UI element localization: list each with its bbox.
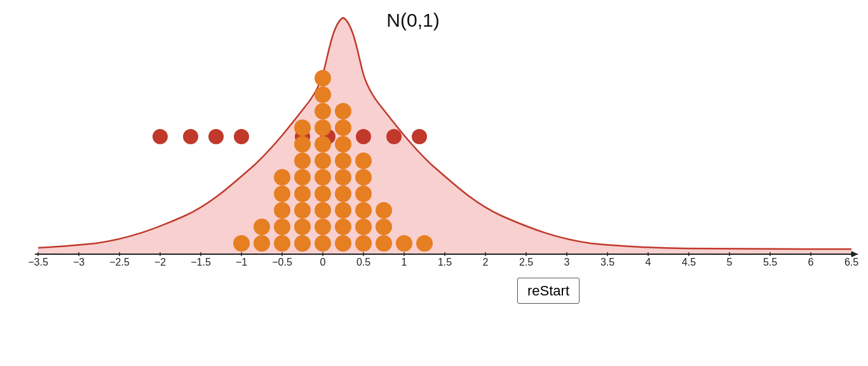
orange-dot: [274, 169, 290, 186]
orange-dot: [315, 119, 331, 136]
orange-dot: [396, 235, 412, 252]
orange-dot: [335, 119, 351, 136]
orange-dot: [294, 202, 311, 219]
orange-dot: [274, 186, 290, 202]
orange-dot: [315, 152, 331, 169]
orange-dot: [294, 186, 311, 202]
orange-dot: [315, 169, 331, 186]
orange-dot: [355, 202, 372, 219]
orange-dot: [274, 235, 290, 252]
label--3.5: −3.5: [28, 257, 48, 268]
red-dot-8: [386, 129, 402, 144]
label-2: 2: [483, 257, 489, 268]
restart-button[interactable]: reStart: [517, 278, 580, 304]
orange-dot: [376, 219, 392, 235]
main-container: N(0,1) −3.5 −3 −2.5 −2 −1.5 −1 −0.5 0: [0, 0, 868, 366]
orange-dot: [315, 86, 331, 103]
label-0.5: 0.5: [356, 257, 370, 268]
orange-dot: [335, 202, 351, 219]
orange-dot: [315, 235, 331, 252]
orange-dot: [254, 219, 270, 235]
orange-dot: [315, 186, 331, 202]
orange-dot: [355, 235, 372, 252]
red-dot-1: [153, 129, 168, 144]
label--1.5: −1.5: [191, 257, 211, 268]
red-dot-2: [183, 129, 198, 144]
label--1: −1: [236, 257, 247, 268]
orange-dot: [355, 169, 372, 186]
orange-dot: [274, 219, 290, 235]
label-5: 5: [727, 257, 733, 268]
orange-dot: [315, 136, 331, 152]
red-dot-7: [356, 129, 371, 144]
label--2.5: −2.5: [109, 257, 130, 268]
label-2.5: 2.5: [519, 257, 533, 268]
label-6.5: 6.5: [844, 257, 858, 268]
label-6: 6: [808, 257, 814, 268]
orange-dot: [315, 103, 331, 119]
label-3.5: 3.5: [600, 257, 614, 268]
orange-dot: [335, 152, 351, 169]
label-3: 3: [564, 257, 570, 268]
red-dot-3: [208, 129, 224, 144]
orange-dot: [294, 235, 311, 252]
red-dot-4: [234, 129, 249, 144]
orange-dot: [335, 186, 351, 202]
label--3: −3: [73, 257, 85, 268]
orange-dot: [294, 119, 311, 136]
orange-dot: [335, 219, 351, 235]
orange-dot: [416, 235, 433, 252]
orange-dot: [294, 136, 311, 152]
label--0.5: −0.5: [272, 257, 292, 268]
orange-dot: [315, 219, 331, 235]
orange-dot: [376, 202, 392, 219]
label-1.5: 1.5: [438, 257, 452, 268]
orange-dot: [376, 235, 392, 252]
orange-dot: [274, 202, 290, 219]
label-0: 0: [320, 257, 326, 268]
orange-dot: [233, 235, 250, 252]
orange-dot: [335, 103, 351, 119]
orange-dot: [294, 169, 311, 186]
orange-dot: [335, 136, 351, 152]
orange-dot: [335, 169, 351, 186]
orange-dot: [254, 235, 270, 252]
orange-dot: [315, 202, 331, 219]
orange-dot: [294, 152, 311, 169]
orange-dot: [335, 235, 351, 252]
orange-dot: [355, 186, 372, 202]
label--2: −2: [154, 257, 166, 268]
orange-dot: [355, 152, 372, 169]
red-dot-9: [412, 129, 427, 144]
label-4.5: 4.5: [682, 257, 696, 268]
label-5.5: 5.5: [763, 257, 777, 268]
orange-dot: [294, 219, 311, 235]
distribution-label: N(0,1): [386, 10, 439, 30]
orange-dot: [355, 219, 372, 235]
label-4: 4: [646, 257, 651, 268]
label-1: 1: [402, 257, 407, 268]
orange-dot: [315, 70, 331, 86]
chart-svg: N(0,1) −3.5 −3 −2.5 −2 −1.5 −1 −0.5 0: [0, 0, 868, 366]
